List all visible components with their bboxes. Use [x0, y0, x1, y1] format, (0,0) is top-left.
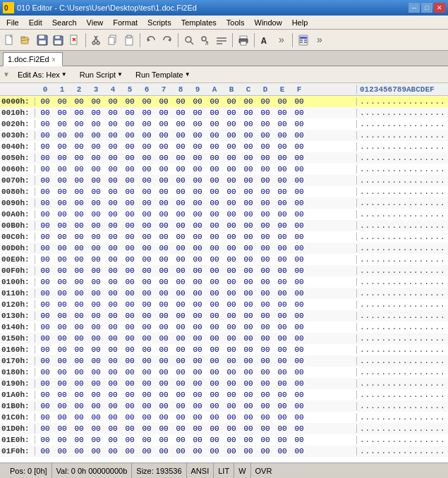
hex-cell[interactable]: 00 [138, 210, 155, 219]
menu-item-search[interactable]: Search [47, 16, 82, 29]
hex-cell[interactable]: 00 [71, 221, 87, 230]
table-row[interactable]: 01E0h:00000000000000000000000000000000..… [0, 434, 448, 446]
hex-cell[interactable]: 00 [206, 176, 223, 185]
hex-cell[interactable]: 00 [223, 210, 240, 219]
hex-cell[interactable]: 00 [37, 278, 54, 286]
hex-cell[interactable]: 00 [87, 447, 104, 455]
hex-cell[interactable]: 00 [54, 221, 71, 230]
table-row[interactable]: 0120h:00000000000000000000000000000000..… [0, 299, 448, 310]
hex-cell[interactable]: 00 [71, 176, 87, 185]
open-button[interactable] [18, 32, 34, 48]
hex-cell[interactable]: 00 [54, 424, 71, 433]
hex-cell[interactable]: 00 [257, 120, 274, 128]
hex-cell[interactable]: 00 [121, 109, 138, 117]
table-row[interactable]: 0190h:00000000000000000000000000000000..… [0, 378, 448, 389]
hex-cell[interactable]: 00 [54, 266, 71, 275]
hex-cell[interactable]: 00 [189, 188, 206, 196]
hex-cell[interactable]: 00 [291, 402, 308, 410]
hex-cell[interactable]: 00 [189, 300, 206, 309]
hex-cell[interactable]: 00 [257, 233, 274, 241]
table-row[interactable]: 0060h:00000000000000000000000000000000..… [0, 164, 448, 175]
table-row[interactable]: 0000h:00000000000000000000000000000000..… [0, 96, 448, 107]
hex-cell[interactable]: 00 [172, 323, 189, 331]
hex-cell[interactable]: 00 [206, 334, 223, 343]
hex-cell[interactable]: 00 [37, 266, 54, 275]
hex-cell[interactable]: 00 [274, 154, 291, 162]
hex-cell[interactable]: 00 [121, 424, 138, 433]
hex-cell[interactable]: 00 [87, 391, 104, 399]
hex-cell[interactable]: 00 [172, 233, 189, 241]
hex-cell[interactable]: 00 [291, 154, 308, 162]
hex-cell[interactable]: 00 [172, 368, 189, 376]
hex-cell[interactable]: 00 [104, 391, 121, 399]
hex-cell[interactable]: 00 [240, 391, 257, 399]
hex-cell[interactable]: 00 [155, 334, 172, 343]
hex-cell[interactable]: 00 [121, 244, 138, 252]
hex-cell[interactable]: 00 [223, 176, 240, 185]
hex-cell[interactable]: 00 [172, 165, 189, 173]
hex-cell[interactable]: 00 [223, 447, 240, 455]
hex-cell[interactable]: 00 [37, 221, 54, 230]
hex-cell[interactable]: 00 [121, 436, 138, 444]
hex-cell[interactable]: 00 [87, 120, 104, 128]
hex-cell[interactable]: 00 [274, 188, 291, 196]
hex-cell[interactable]: 00 [274, 266, 291, 275]
table-row[interactable]: 00E0h:00000000000000000000000000000000..… [0, 254, 448, 265]
hex-cell[interactable]: 00 [155, 278, 172, 286]
table-row[interactable]: 0080h:00000000000000000000000000000000..… [0, 186, 448, 197]
hex-cell[interactable]: 00 [71, 300, 87, 309]
hex-cell[interactable]: 00 [223, 109, 240, 117]
hex-cell[interactable]: 00 [206, 266, 223, 275]
hex-cell[interactable]: 00 [189, 379, 206, 388]
maximize-button[interactable]: □ [421, 3, 432, 13]
hex-cell[interactable]: 00 [206, 233, 223, 241]
table-row[interactable]: 0180h:00000000000000000000000000000000..… [0, 367, 448, 378]
hex-cell[interactable]: 00 [121, 120, 138, 128]
hex-cell[interactable]: 00 [189, 142, 206, 151]
hex-cell[interactable]: 00 [155, 97, 172, 106]
hex-cell[interactable]: 00 [54, 188, 71, 196]
hex-cell[interactable]: 00 [155, 120, 172, 128]
hex-cell[interactable]: 00 [223, 436, 240, 444]
hex-cell[interactable]: 00 [104, 312, 121, 320]
hex-cell[interactable]: 00 [138, 334, 155, 343]
hex-cell[interactable]: 00 [223, 312, 240, 320]
hex-cell[interactable]: 00 [87, 289, 104, 298]
hex-cell[interactable]: 00 [274, 436, 291, 444]
file-tab[interactable]: 1.doc.Fi2Ed x [3, 52, 63, 66]
hex-cell[interactable]: 00 [240, 312, 257, 320]
hex-cell[interactable]: 00 [189, 424, 206, 433]
print-button[interactable] [236, 32, 251, 48]
hex-cell[interactable]: 00 [291, 233, 308, 241]
hex-cell[interactable]: 00 [223, 154, 240, 162]
hex-cell[interactable]: 00 [104, 266, 121, 275]
hex-cell[interactable]: 00 [223, 334, 240, 343]
hex-cell[interactable]: 00 [291, 424, 308, 433]
table-row[interactable]: 0170h:00000000000000000000000000000000..… [0, 355, 448, 367]
hex-cell[interactable]: 00 [54, 109, 71, 117]
hex-cell[interactable]: 00 [240, 334, 257, 343]
hex-cell[interactable]: 00 [121, 188, 138, 196]
table-row[interactable]: 0030h:00000000000000000000000000000000..… [0, 130, 448, 141]
hex-cell[interactable]: 00 [274, 402, 291, 410]
hex-cell[interactable]: 00 [240, 255, 257, 264]
hex-cell[interactable]: 00 [189, 413, 206, 422]
hex-cell[interactable]: 00 [104, 142, 121, 151]
hex-cell[interactable]: 00 [274, 447, 291, 455]
hex-cell[interactable]: 00 [223, 391, 240, 399]
hex-cell[interactable]: 00 [155, 368, 172, 376]
hex-cell[interactable]: 00 [138, 424, 155, 433]
hex-cell[interactable]: 00 [121, 255, 138, 264]
hex-cell[interactable]: 00 [87, 334, 104, 343]
hex-cell[interactable]: 00 [54, 97, 71, 106]
hex-cell[interactable]: 00 [257, 289, 274, 298]
hex-cell[interactable]: 00 [138, 199, 155, 207]
hex-cell[interactable]: 00 [138, 97, 155, 106]
hex-cell[interactable]: 00 [54, 154, 71, 162]
hex-cell[interactable]: 00 [121, 323, 138, 331]
hex-cell[interactable]: 00 [206, 165, 223, 173]
hex-cell[interactable]: 00 [206, 131, 223, 140]
hex-cell[interactable]: 00 [274, 334, 291, 343]
hex-cell[interactable]: 00 [240, 244, 257, 252]
hex-cell[interactable]: 00 [223, 402, 240, 410]
